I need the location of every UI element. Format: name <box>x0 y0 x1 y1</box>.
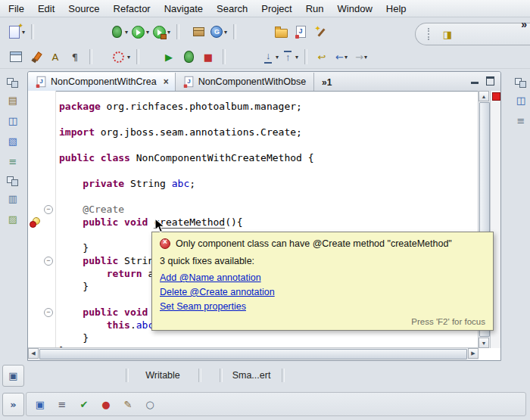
fold-collapse-icon[interactable]: − <box>44 308 53 317</box>
menu-project[interactable]: Project <box>254 1 298 17</box>
fold-collapse-icon[interactable]: − <box>44 205 53 214</box>
fold-collapse-icon[interactable]: − <box>44 257 53 266</box>
code-line[interactable]: package org.richfaces.photoalbum.manager… <box>59 100 478 113</box>
drag-handle-icon[interactable] <box>428 28 432 40</box>
menu-help[interactable]: Help <box>379 1 413 17</box>
terminate-button[interactable]: ■ <box>198 47 218 67</box>
code-token: . <box>130 319 136 331</box>
run-last-button[interactable]: ▶ <box>159 47 179 67</box>
new-package-button[interactable] <box>189 22 208 42</box>
trim-edit-button[interactable]: ✎ <box>120 397 136 412</box>
dropdown-caret-icon[interactable]: ▾ <box>364 54 367 61</box>
dropdown-caret-icon[interactable]: ▾ <box>146 29 149 36</box>
web-service-button[interactable]: ▾ <box>208 22 229 42</box>
code-line[interactable] <box>59 164 478 177</box>
dropdown-caret-icon[interactable]: ▾ <box>276 54 279 61</box>
view-stack-handle-icon[interactable] <box>513 77 528 88</box>
view-stack-handle-icon[interactable] <box>5 176 20 186</box>
overview-error-marker[interactable] <box>492 92 500 101</box>
external-tools-button[interactable]: ▾ <box>151 22 172 42</box>
minimized-outline-button[interactable]: ◫ <box>512 92 530 108</box>
dropdown-caret-icon[interactable]: ▾ <box>22 29 25 36</box>
menu-source[interactable]: Source <box>61 1 106 17</box>
format-button[interactable] <box>26 47 45 67</box>
dropdown-caret-icon[interactable]: ▾ <box>224 29 227 36</box>
menu-file[interactable]: File <box>2 1 31 17</box>
view-stack-handle-icon[interactable] <box>5 77 20 88</box>
annotation-ruler[interactable] <box>28 91 42 348</box>
code-line[interactable]: private String abc; <box>59 177 478 190</box>
code-line[interactable]: @Create <box>59 203 478 216</box>
debug-last-button[interactable] <box>179 47 198 67</box>
horizontal-scrollbar[interactable]: ◀ ▶ <box>28 347 479 360</box>
editor-tab[interactable]: NonComponentWithObse <box>176 73 314 91</box>
code-line[interactable] <box>59 113 478 126</box>
trim-display-button[interactable]: ▣ <box>33 397 48 412</box>
dropdown-caret-icon[interactable]: ▾ <box>167 29 170 36</box>
minimize-button[interactable] <box>471 78 479 85</box>
spell-check-button[interactable]: ▾ <box>109 47 132 67</box>
close-icon[interactable]: × <box>164 76 169 87</box>
toolbar-overflow-chevron[interactable]: » <box>521 18 527 30</box>
run-button[interactable]: ▾ <box>129 22 151 42</box>
editor-tab[interactable]: NonComponentWithCrea× <box>28 73 176 91</box>
debug-button[interactable]: ▾ <box>108 22 129 42</box>
dropdown-caret-icon[interactable]: ▾ <box>127 54 130 61</box>
minimized-view-button-3[interactable]: ▧ <box>4 132 22 149</box>
quickfix-link[interactable]: Add @Name annotation <box>160 271 261 285</box>
tab-overflow-chevron[interactable]: »1 <box>322 77 332 88</box>
new-package-icon <box>193 27 204 36</box>
minimized-view-button-1[interactable]: ▤ <box>4 92 22 108</box>
last-edit-location-button[interactable]: ↩ <box>312 47 332 67</box>
maximize-button[interactable] <box>486 76 494 86</box>
fast-view-button[interactable]: ▣ <box>2 365 24 387</box>
minimized-view-button-6[interactable]: ▨ <box>4 210 22 227</box>
code-line[interactable] <box>59 138 478 151</box>
back-button[interactable]: ←▾ <box>332 47 351 67</box>
open-resource-button[interactable] <box>271 22 291 42</box>
menu-navigate[interactable]: Navigate <box>157 1 210 17</box>
new-wizard-wand-button[interactable] <box>310 22 330 42</box>
code-line[interactable]: public void createMethod(){ <box>59 216 478 229</box>
previous-annotation-button[interactable]: ▾ <box>280 47 300 67</box>
menu-window[interactable]: Window <box>331 1 379 17</box>
trim-console-button[interactable]: ≡ <box>55 397 70 412</box>
mark-occurrences-button[interactable]: A <box>45 47 65 67</box>
code-token <box>59 306 83 318</box>
java-ee-perspective-button[interactable]: ◨ <box>438 24 457 44</box>
quickfix-error-icon[interactable] <box>30 216 40 228</box>
code-line[interactable]: public class NonComponentWithCreateMetho… <box>59 151 478 164</box>
menu-edit[interactable]: Edit <box>31 1 61 17</box>
fold-ruler[interactable]: −−− <box>42 91 56 348</box>
forward-button[interactable]: →▾ <box>351 47 371 67</box>
scroll-down-icon[interactable]: ▼ <box>479 338 489 348</box>
menu-search[interactable]: Search <box>210 1 254 17</box>
trim-chevron-button[interactable]: » <box>2 393 24 416</box>
menu-run[interactable]: Run <box>299 1 331 17</box>
new-wizard-button[interactable]: ▾ <box>6 22 26 42</box>
code-line[interactable]: import org.jboss.seam.annotations.Create… <box>59 126 478 138</box>
new-java-class-button[interactable] <box>291 22 310 42</box>
trim-error-log-button[interactable]: ● <box>98 397 114 412</box>
trim-search-button[interactable]: ○ <box>142 397 157 412</box>
toggle-editor-button[interactable] <box>6 47 26 67</box>
minimized-view-button-2[interactable]: ◫ <box>4 112 22 129</box>
dropdown-caret-icon[interactable]: ▾ <box>125 29 128 36</box>
code-line[interactable]: } <box>59 331 478 344</box>
quickfix-link[interactable]: Set Seam properties <box>160 300 246 314</box>
menu-refactor[interactable]: Refactor <box>107 1 157 17</box>
scroll-left-icon[interactable]: ◀ <box>28 348 39 359</box>
horizontal-scroll-thumb[interactable] <box>39 349 467 359</box>
scroll-right-icon[interactable]: ▶ <box>468 348 479 359</box>
minimized-view-button-7[interactable]: ≡ <box>512 112 530 129</box>
minimized-view-button-4[interactable]: ≡ <box>4 153 22 170</box>
quickfix-link[interactable]: Delete @Create annotation <box>160 285 275 300</box>
show-whitespace-button[interactable]: ¶ <box>65 47 85 67</box>
scroll-up-icon[interactable]: ▲ <box>479 91 489 101</box>
trim-task-button[interactable]: ✔ <box>76 397 92 412</box>
dropdown-caret-icon[interactable]: ▾ <box>344 54 348 61</box>
next-annotation-button[interactable]: ▾ <box>260 47 280 67</box>
dropdown-caret-icon[interactable]: ▾ <box>295 54 298 61</box>
minimized-view-button-5[interactable]: ▥ <box>4 190 22 207</box>
code-line[interactable] <box>59 190 478 203</box>
